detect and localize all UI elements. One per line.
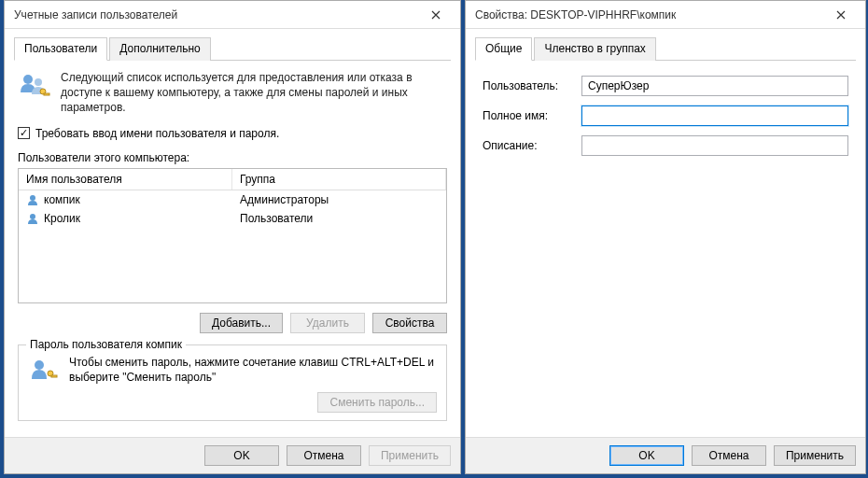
change-password-button: Сменить пароль...	[317, 392, 437, 413]
require-login-row[interactable]: ✓ Требовать ввод имени пользователя и па…	[18, 127, 451, 140]
add-button[interactable]: Добавить...	[200, 313, 283, 333]
user-properties-window: Свойства: DESKTOP-VIPHHRF\компик Общие Ч…	[465, 0, 866, 474]
user-label: Пользователь:	[483, 79, 576, 92]
users-list-header: Пользователи этого компьютера:	[18, 151, 451, 164]
properties-button[interactable]: Свойства	[372, 313, 447, 333]
tabstrip: Общие Членство в группах	[475, 36, 856, 61]
svg-point-0	[23, 75, 33, 84]
svg-point-5	[30, 214, 35, 219]
user-icon	[26, 193, 39, 206]
close-button[interactable]	[822, 2, 860, 28]
ok-button[interactable]: OK	[204, 445, 279, 466]
row-username: компик	[44, 193, 80, 206]
content-area: Общие Членство в группах Пользователь: П…	[466, 29, 865, 437]
apply-button[interactable]: Применить	[774, 445, 856, 466]
apply-button: Применить	[369, 445, 451, 466]
description-input[interactable]	[581, 135, 848, 156]
titlebar: Учетные записи пользователей	[5, 1, 460, 29]
dialog-footer: OK Отмена Применить	[466, 437, 865, 473]
users-keys-icon	[18, 70, 51, 116]
tab-advanced[interactable]: Дополнительно	[109, 37, 210, 61]
ok-button[interactable]: OK	[609, 445, 684, 466]
user-field-row: Пользователь:	[483, 76, 848, 96]
window-title: Учетные записи пользователей	[14, 8, 417, 21]
user-accounts-window: Учетные записи пользователей Пользовател…	[4, 0, 461, 474]
password-hint: Чтобы сменить пароль, нажмите сочетание …	[69, 355, 437, 385]
svg-rect-3	[44, 93, 49, 95]
col-username[interactable]: Имя пользователя	[19, 169, 232, 190]
row-username: Кролик	[44, 212, 80, 225]
svg-point-1	[35, 78, 42, 86]
user-key-icon	[28, 355, 60, 387]
fullname-field-row: Полное имя:	[483, 105, 848, 126]
fullname-input[interactable]	[581, 105, 848, 126]
row-group: Администраторы	[232, 192, 446, 207]
users-listview[interactable]: Имя пользователя Группа компик Администр…	[18, 168, 447, 303]
tab-users[interactable]: Пользователи	[14, 37, 107, 61]
fullname-label: Полное имя:	[483, 109, 576, 122]
tab-general[interactable]: Общие	[475, 37, 532, 61]
description-label: Описание:	[483, 139, 576, 152]
listview-body: компик Администраторы Кролик Пользовател…	[19, 190, 446, 302]
col-group[interactable]: Группа	[232, 169, 446, 190]
tab-membership[interactable]: Членство в группах	[534, 37, 655, 61]
titlebar: Свойства: DESKTOP-VIPHHRF\компик	[466, 1, 865, 29]
intro-text: Следующий список используется для предос…	[61, 70, 447, 116]
description-field-row: Описание:	[483, 135, 848, 156]
window-title: Свойства: DESKTOP-VIPHHRF\компик	[475, 8, 822, 21]
username-input[interactable]	[581, 76, 848, 96]
table-row[interactable]: Кролик Пользователи	[19, 209, 446, 228]
dialog-footer: OK Отмена Применить	[5, 437, 460, 473]
remove-button: Удалить	[290, 313, 365, 333]
content-area: Пользователи Дополнительно Следующий спи…	[5, 29, 460, 437]
svg-point-6	[35, 360, 44, 370]
password-legend: Пароль пользователя компик	[26, 338, 186, 351]
cancel-button[interactable]: Отмена	[692, 445, 766, 466]
intro-block: Следующий список используется для предос…	[14, 70, 451, 116]
checkbox-icon: ✓	[18, 127, 30, 139]
cancel-button[interactable]: Отмена	[287, 445, 361, 466]
list-buttons: Добавить... Удалить Свойства	[14, 313, 447, 333]
tabstrip: Пользователи Дополнительно	[14, 36, 451, 61]
password-groupbox: Пароль пользователя компик Чтобы сменить…	[18, 344, 447, 421]
table-row[interactable]: компик Администраторы	[19, 190, 446, 209]
svg-point-4	[30, 195, 35, 201]
require-login-label: Требовать ввод имени пользователя и паро…	[35, 127, 279, 140]
close-button[interactable]	[417, 2, 455, 28]
listview-header: Имя пользователя Группа	[19, 169, 446, 190]
row-group: Пользователи	[232, 211, 446, 226]
user-icon	[26, 212, 39, 225]
svg-rect-8	[51, 375, 57, 377]
